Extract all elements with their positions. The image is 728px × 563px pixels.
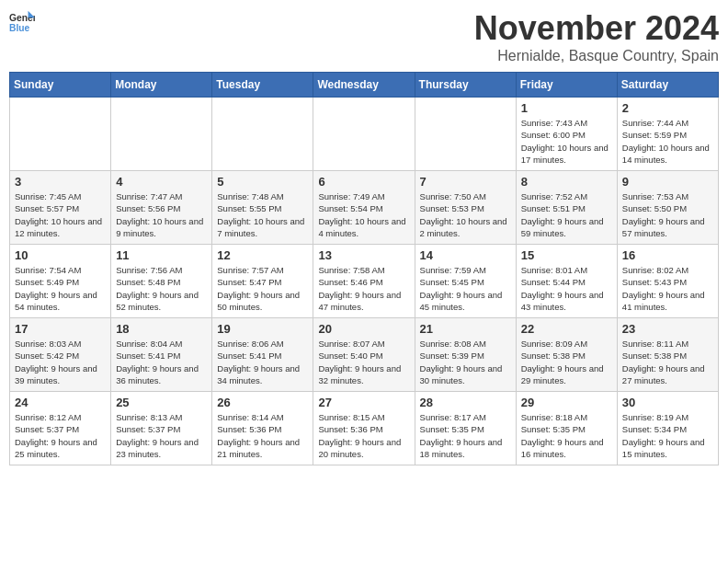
day-info: Sunrise: 8:07 AM Sunset: 5:40 PM Dayligh… xyxy=(318,338,409,386)
calendar-header-row: SundayMondayTuesdayWednesdayThursdayFrid… xyxy=(10,73,719,98)
day-number: 12 xyxy=(217,248,308,262)
day-number: 18 xyxy=(116,322,207,336)
calendar-weekday-header: Thursday xyxy=(415,73,516,98)
day-number: 25 xyxy=(116,396,207,409)
calendar-cell: 12Sunrise: 7:57 AM Sunset: 5:47 PM Dayli… xyxy=(212,245,313,318)
day-info: Sunrise: 7:56 AM Sunset: 5:48 PM Dayligh… xyxy=(116,264,207,313)
day-number: 9 xyxy=(622,175,713,189)
svg-text:Blue: Blue xyxy=(9,23,30,33)
day-number: 15 xyxy=(521,248,612,262)
calendar-cell: 4Sunrise: 7:47 AM Sunset: 5:56 PM Daylig… xyxy=(111,171,212,245)
calendar-cell: 3Sunrise: 7:45 AM Sunset: 5:57 PM Daylig… xyxy=(10,171,111,245)
day-info: Sunrise: 8:09 AM Sunset: 5:38 PM Dayligh… xyxy=(521,338,612,386)
day-number: 5 xyxy=(217,175,308,189)
day-info: Sunrise: 7:49 AM Sunset: 5:54 PM Dayligh… xyxy=(318,190,409,239)
calendar-cell: 14Sunrise: 7:59 AM Sunset: 5:45 PM Dayli… xyxy=(415,245,516,318)
day-number: 21 xyxy=(420,322,511,336)
day-info: Sunrise: 7:44 AM Sunset: 5:59 PM Dayligh… xyxy=(622,117,713,166)
day-number: 27 xyxy=(318,396,409,409)
page-subtitle: Hernialde, Basque Country, Spain xyxy=(474,48,719,64)
day-info: Sunrise: 8:15 AM Sunset: 5:36 PM Dayligh… xyxy=(318,411,409,460)
day-info: Sunrise: 7:54 AM Sunset: 5:49 PM Dayligh… xyxy=(15,264,106,313)
logo: General Blue xyxy=(9,9,35,35)
calendar-cell: 28Sunrise: 8:17 AM Sunset: 5:35 PM Dayli… xyxy=(415,392,516,465)
day-number: 30 xyxy=(622,396,713,409)
day-info: Sunrise: 8:13 AM Sunset: 5:37 PM Dayligh… xyxy=(116,411,207,460)
calendar-cell: 6Sunrise: 7:49 AM Sunset: 5:54 PM Daylig… xyxy=(313,171,415,245)
day-number: 13 xyxy=(318,248,409,262)
calendar-cell: 7Sunrise: 7:50 AM Sunset: 5:53 PM Daylig… xyxy=(415,171,516,245)
calendar-week-row: 17Sunrise: 8:03 AM Sunset: 5:42 PM Dayli… xyxy=(10,318,719,392)
calendar-cell: 15Sunrise: 8:01 AM Sunset: 5:44 PM Dayli… xyxy=(516,245,617,318)
calendar-cell: 2Sunrise: 7:44 AM Sunset: 5:59 PM Daylig… xyxy=(617,98,718,171)
calendar-cell: 22Sunrise: 8:09 AM Sunset: 5:38 PM Dayli… xyxy=(516,318,617,392)
day-number: 24 xyxy=(15,396,106,409)
day-info: Sunrise: 8:18 AM Sunset: 5:35 PM Dayligh… xyxy=(521,411,612,460)
day-info: Sunrise: 8:03 AM Sunset: 5:42 PM Dayligh… xyxy=(15,338,106,386)
day-info: Sunrise: 8:01 AM Sunset: 5:44 PM Dayligh… xyxy=(521,264,612,313)
calendar-cell xyxy=(415,98,516,171)
day-number: 6 xyxy=(318,175,409,189)
day-number: 23 xyxy=(622,322,713,336)
calendar-cell xyxy=(212,98,313,171)
day-number: 20 xyxy=(318,322,409,336)
calendar-cell: 9Sunrise: 7:53 AM Sunset: 5:50 PM Daylig… xyxy=(617,171,718,245)
page-title: November 2024 xyxy=(474,9,719,48)
day-number: 2 xyxy=(622,101,713,115)
calendar-cell: 16Sunrise: 8:02 AM Sunset: 5:43 PM Dayli… xyxy=(617,245,718,318)
calendar-week-row: 3Sunrise: 7:45 AM Sunset: 5:57 PM Daylig… xyxy=(10,171,719,245)
day-info: Sunrise: 8:04 AM Sunset: 5:41 PM Dayligh… xyxy=(116,338,207,386)
day-info: Sunrise: 7:57 AM Sunset: 5:47 PM Dayligh… xyxy=(217,264,308,313)
day-number: 10 xyxy=(15,248,106,262)
calendar-cell: 5Sunrise: 7:48 AM Sunset: 5:55 PM Daylig… xyxy=(212,171,313,245)
day-info: Sunrise: 7:59 AM Sunset: 5:45 PM Dayligh… xyxy=(420,264,511,313)
calendar-weekday-header: Tuesday xyxy=(212,73,313,98)
calendar-weekday-header: Saturday xyxy=(617,73,718,98)
day-info: Sunrise: 7:45 AM Sunset: 5:57 PM Dayligh… xyxy=(15,190,106,239)
calendar-week-row: 10Sunrise: 7:54 AM Sunset: 5:49 PM Dayli… xyxy=(10,245,719,318)
day-info: Sunrise: 8:02 AM Sunset: 5:43 PM Dayligh… xyxy=(622,264,713,313)
day-info: Sunrise: 8:11 AM Sunset: 5:38 PM Dayligh… xyxy=(622,338,713,386)
calendar-cell: 8Sunrise: 7:52 AM Sunset: 5:51 PM Daylig… xyxy=(516,171,617,245)
calendar-cell: 17Sunrise: 8:03 AM Sunset: 5:42 PM Dayli… xyxy=(10,318,111,392)
calendar-weekday-header: Friday xyxy=(516,73,617,98)
calendar-body: 1Sunrise: 7:43 AM Sunset: 6:00 PM Daylig… xyxy=(10,98,719,465)
day-number: 16 xyxy=(622,248,713,262)
calendar-cell: 25Sunrise: 8:13 AM Sunset: 5:37 PM Dayli… xyxy=(111,392,212,465)
day-number: 11 xyxy=(116,248,207,262)
calendar-weekday-header: Monday xyxy=(111,73,212,98)
calendar-cell: 29Sunrise: 8:18 AM Sunset: 5:35 PM Dayli… xyxy=(516,392,617,465)
day-number: 19 xyxy=(217,322,308,336)
page-header: General Blue November 2024 Hernialde, Ba… xyxy=(9,9,719,64)
day-number: 22 xyxy=(521,322,612,336)
day-number: 4 xyxy=(116,175,207,189)
day-info: Sunrise: 7:48 AM Sunset: 5:55 PM Dayligh… xyxy=(217,190,308,239)
calendar-cell: 24Sunrise: 8:12 AM Sunset: 5:37 PM Dayli… xyxy=(10,392,111,465)
day-info: Sunrise: 8:08 AM Sunset: 5:39 PM Dayligh… xyxy=(420,338,511,386)
calendar-cell: 19Sunrise: 8:06 AM Sunset: 5:41 PM Dayli… xyxy=(212,318,313,392)
day-info: Sunrise: 7:50 AM Sunset: 5:53 PM Dayligh… xyxy=(420,190,511,239)
calendar-cell: 23Sunrise: 8:11 AM Sunset: 5:38 PM Dayli… xyxy=(617,318,718,392)
day-number: 8 xyxy=(521,175,612,189)
day-info: Sunrise: 7:43 AM Sunset: 6:00 PM Dayligh… xyxy=(521,117,612,166)
day-info: Sunrise: 8:17 AM Sunset: 5:35 PM Dayligh… xyxy=(420,411,511,460)
calendar-cell: 30Sunrise: 8:19 AM Sunset: 5:34 PM Dayli… xyxy=(617,392,718,465)
day-number: 29 xyxy=(521,396,612,409)
day-info: Sunrise: 7:58 AM Sunset: 5:46 PM Dayligh… xyxy=(318,264,409,313)
calendar-cell: 18Sunrise: 8:04 AM Sunset: 5:41 PM Dayli… xyxy=(111,318,212,392)
title-block: November 2024 Hernialde, Basque Country,… xyxy=(474,9,719,64)
calendar-week-row: 24Sunrise: 8:12 AM Sunset: 5:37 PM Dayli… xyxy=(10,392,719,465)
calendar-table: SundayMondayTuesdayWednesdayThursdayFrid… xyxy=(9,72,719,465)
day-number: 17 xyxy=(15,322,106,336)
calendar-week-row: 1Sunrise: 7:43 AM Sunset: 6:00 PM Daylig… xyxy=(10,98,719,171)
day-number: 1 xyxy=(521,101,612,115)
calendar-weekday-header: Wednesday xyxy=(313,73,415,98)
day-number: 7 xyxy=(420,175,511,189)
calendar-cell: 20Sunrise: 8:07 AM Sunset: 5:40 PM Dayli… xyxy=(313,318,415,392)
calendar-cell: 26Sunrise: 8:14 AM Sunset: 5:36 PM Dayli… xyxy=(212,392,313,465)
calendar-cell xyxy=(313,98,415,171)
calendar-weekday-header: Sunday xyxy=(10,73,111,98)
day-number: 26 xyxy=(217,396,308,409)
day-info: Sunrise: 7:47 AM Sunset: 5:56 PM Dayligh… xyxy=(116,190,207,239)
day-info: Sunrise: 8:14 AM Sunset: 5:36 PM Dayligh… xyxy=(217,411,308,460)
